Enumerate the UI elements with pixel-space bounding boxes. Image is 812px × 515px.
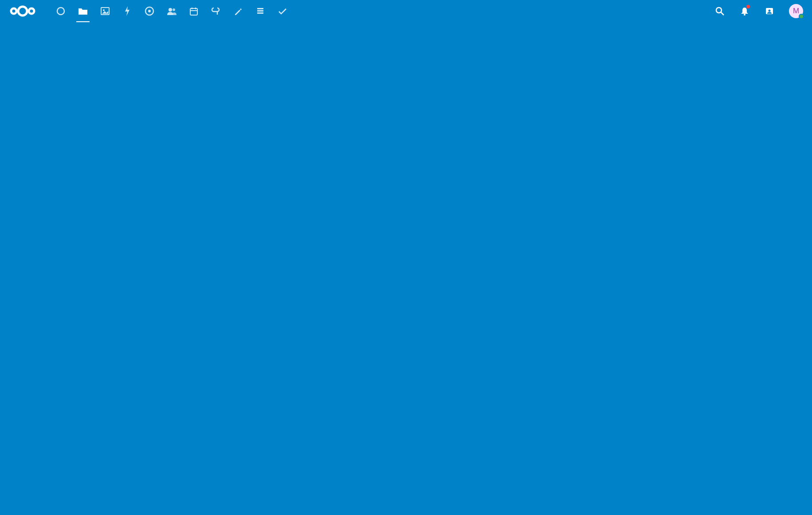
svg-point-0 — [11, 8, 16, 14]
svg-point-20 — [744, 14, 745, 16]
svg-point-3 — [57, 8, 64, 15]
activity-app-icon[interactable] — [116, 0, 138, 22]
svg-rect-10 — [190, 8, 197, 15]
photos-app-icon[interactable] — [94, 0, 116, 22]
svg-rect-17 — [257, 12, 263, 14]
search-icon[interactable] — [710, 1, 730, 21]
tasks-app-icon[interactable] — [271, 0, 294, 22]
topbar: M — [0, 0, 812, 22]
people-icon[interactable] — [760, 1, 779, 21]
openproject-app-icon[interactable] — [205, 0, 227, 22]
svg-point-22 — [769, 10, 771, 12]
svg-point-2 — [29, 8, 34, 14]
presence-indicator-icon — [799, 14, 804, 19]
svg-point-7 — [148, 10, 151, 12]
notes-app-icon[interactable] — [227, 0, 249, 22]
svg-point-18 — [716, 8, 722, 13]
user-avatar[interactable]: M — [789, 4, 803, 18]
contacts-app-icon[interactable] — [161, 0, 183, 22]
user-initial: M — [793, 7, 799, 16]
files-app-icon[interactable] — [72, 0, 94, 22]
deck-app-icon[interactable] — [249, 0, 271, 22]
svg-line-19 — [721, 12, 724, 15]
topbar-right: M — [710, 1, 808, 21]
nextcloud-logo[interactable] — [4, 4, 41, 18]
topnav — [50, 0, 294, 22]
dashboard-app-icon[interactable] — [50, 0, 72, 22]
svg-point-8 — [169, 8, 172, 12]
svg-point-9 — [173, 8, 175, 11]
notifications-icon[interactable] — [735, 1, 754, 21]
svg-rect-16 — [257, 10, 263, 12]
svg-point-1 — [18, 7, 27, 16]
svg-rect-15 — [257, 8, 263, 9]
svg-point-5 — [103, 9, 105, 11]
calendar-app-icon[interactable] — [183, 0, 205, 22]
talk-app-icon[interactable] — [138, 0, 161, 22]
